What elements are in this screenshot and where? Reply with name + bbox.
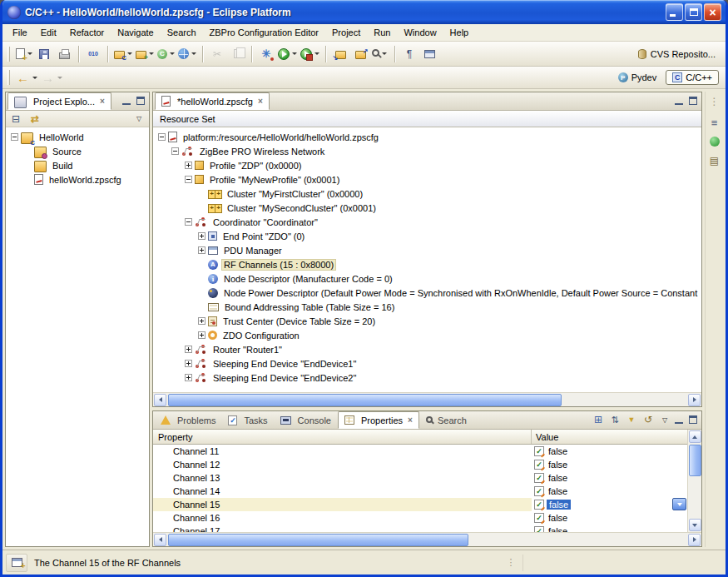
editor-tab[interactable]: *helloWorld.zpscfg × [155, 92, 270, 110]
expand-icon[interactable] [198, 331, 206, 339]
back-button[interactable] [14, 67, 39, 87]
tab-tasks[interactable]: Tasks [222, 411, 273, 429]
new-wizard-button[interactable] [14, 44, 34, 64]
new-class-button[interactable] [156, 44, 176, 64]
minimize-view-icon[interactable] [121, 96, 132, 107]
collapse-icon[interactable] [185, 218, 192, 226]
toolbar-grip[interactable] [7, 47, 10, 62]
property-value-cell[interactable]: false [532, 458, 687, 471]
column-header-property[interactable]: Property [153, 430, 532, 444]
run-button[interactable] [276, 44, 299, 64]
restore-defaults-icon[interactable] [641, 413, 655, 426]
property-value-cell[interactable]: false [532, 525, 687, 532]
menu-navigate[interactable]: Navigate [111, 26, 160, 39]
resource-tree-item[interactable]: Node Power Descriptor (Default Power Mod… [153, 286, 701, 300]
dropdown-arrow-icon[interactable] [32, 77, 37, 79]
menu-search[interactable]: Search [161, 26, 203, 39]
collapse-icon[interactable] [11, 133, 18, 141]
expand-icon[interactable] [198, 246, 206, 254]
scroll-thumb[interactable] [168, 534, 468, 546]
resource-tree-item[interactable]: Profile "MyNewProfile" (0x0001) [153, 172, 701, 187]
resource-tree-item[interactable]: Sleeping End Device "EndDevice2" [153, 371, 701, 385]
collapse-icon[interactable] [185, 176, 192, 183]
dropdown-arrow-icon[interactable] [314, 52, 319, 55]
maximize-view-icon[interactable] [687, 415, 699, 425]
close-button[interactable]: × [704, 3, 721, 21]
menu-zbpro-configuration-editor[interactable]: ZBPro Configuration Editor [203, 26, 325, 39]
expand-icon[interactable] [185, 346, 192, 353]
resource-tree-item[interactable]: Trust Center (Device Table Size = 20) [153, 314, 701, 328]
dropdown-arrow-icon[interactable] [127, 52, 132, 55]
resource-tree-item[interactable]: ZigBee PRO Wireless Network [153, 144, 701, 158]
editor-hscrollbar[interactable] [153, 392, 701, 406]
scroll-right-button[interactable] [688, 394, 701, 406]
expand-icon[interactable] [198, 317, 206, 325]
maximize-view-icon[interactable] [687, 96, 699, 107]
tab-console[interactable]: Console [275, 411, 337, 429]
resource-tree-item[interactable]: PDU Manager [153, 243, 701, 257]
close-icon[interactable]: × [258, 97, 263, 106]
menu-window[interactable]: Window [397, 26, 443, 39]
expand-icon[interactable] [185, 162, 192, 169]
dropdown-arrow-icon[interactable] [191, 52, 196, 55]
property-value-cell[interactable]: false [532, 511, 687, 525]
menu-edit[interactable]: Edit [34, 26, 63, 39]
resource-tree-item[interactable]: RF Channels (15 : 0x8000) [153, 257, 701, 271]
outline-view-icon[interactable] [708, 116, 721, 129]
tab-search[interactable]: Search [420, 411, 473, 429]
documents-view-icon[interactable] [708, 154, 721, 167]
resource-tree-item[interactable]: Profile "ZDP" (0x0000) [153, 158, 701, 172]
perspective-cc[interactable]: C/C++ [666, 70, 719, 85]
property-row[interactable]: Channel 12false [153, 458, 687, 471]
resource-tree-item[interactable]: Sleeping End Device "EndDevice1" [153, 356, 701, 371]
explorer-tree-item[interactable]: Source [6, 144, 149, 158]
external-tools-button[interactable] [256, 44, 276, 64]
resource-tree-item[interactable]: Cluster "MyFirstCluster" (0x0000) [153, 187, 701, 201]
minimize-view-icon[interactable] [673, 96, 685, 107]
close-icon[interactable]: × [100, 97, 105, 106]
expand-icon[interactable] [185, 374, 192, 381]
expand-icon[interactable] [185, 360, 192, 367]
property-row[interactable]: Channel 15false [153, 498, 687, 511]
scroll-left-button[interactable] [154, 394, 166, 406]
scroll-left-button[interactable] [154, 534, 166, 546]
sort-properties-icon[interactable] [608, 413, 622, 426]
property-value-cell[interactable]: false [532, 471, 687, 485]
collapse-icon[interactable] [171, 147, 179, 155]
scroll-track[interactable] [689, 445, 701, 517]
column-header-value[interactable]: Value [532, 432, 687, 442]
explorer-tree-item[interactable]: Build [6, 158, 149, 172]
mark-occurrences-button[interactable] [399, 44, 419, 64]
menu-file[interactable]: File [6, 26, 34, 39]
scroll-thumb[interactable] [689, 445, 701, 476]
sync-view-icon[interactable] [710, 137, 720, 147]
minimize-button[interactable] [666, 3, 683, 21]
properties-hscrollbar[interactable] [153, 532, 701, 546]
property-row[interactable]: Channel 11false [153, 445, 687, 458]
resource-tree-item[interactable]: Coordinator "Coordinator" [153, 215, 701, 229]
property-value-cell[interactable]: false [532, 498, 687, 511]
filter-properties-icon[interactable] [625, 413, 638, 426]
close-icon[interactable]: × [408, 415, 413, 425]
link-with-editor-icon[interactable] [28, 112, 42, 126]
toolbar-grip[interactable] [7, 70, 10, 85]
resource-tree-item[interactable]: Cluster "MySecondCluster" (0x0001) [153, 201, 701, 215]
explorer-tree-item[interactable]: helloWorld.zpscfg [6, 172, 149, 187]
perspective-pydev[interactable]: Pydev [612, 70, 664, 85]
run-external-button[interactable] [299, 44, 321, 64]
property-row[interactable]: Channel 14false [153, 485, 687, 498]
dropdown-arrow-icon[interactable] [292, 52, 297, 55]
scroll-thumb[interactable] [168, 394, 562, 406]
open-console-button[interactable] [419, 44, 439, 64]
dropdown-arrow-icon[interactable] [57, 77, 62, 79]
property-value-cell[interactable]: false [532, 445, 687, 458]
menu-help[interactable]: Help [443, 26, 476, 39]
scroll-down-button[interactable] [689, 519, 701, 531]
maximize-button[interactable] [685, 3, 702, 21]
property-value-cell[interactable]: false [532, 485, 687, 498]
scroll-track[interactable] [168, 394, 686, 405]
tab-properties[interactable]: Properties× [338, 411, 419, 429]
combo-dropdown-button[interactable] [672, 498, 686, 510]
menu-refactor[interactable]: Refactor [63, 26, 111, 39]
view-menu-icon[interactable] [658, 413, 671, 426]
